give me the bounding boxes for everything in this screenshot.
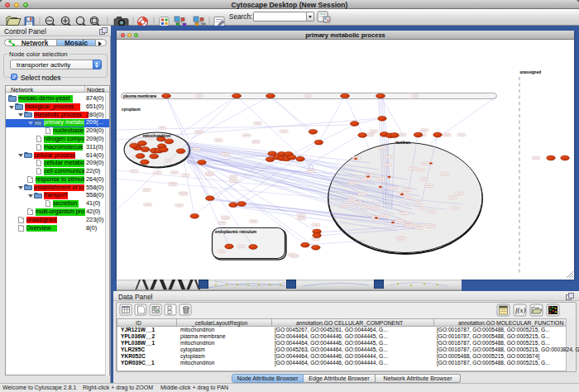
svg-text:nucleus: nucleus [395,140,410,144]
svg-text:plasma membrane: plasma membrane [123,93,157,98]
svg-text:unassigned: unassigned [520,69,542,74]
svg-text:cytoplasm: cytoplasm [122,107,141,111]
svg-text:mitochondrion: mitochondrion [143,133,171,137]
svg-text:endoplasmic reticulum: endoplasmic reticulum [215,229,256,233]
svg-text:f(x): f(x) [515,306,526,314]
